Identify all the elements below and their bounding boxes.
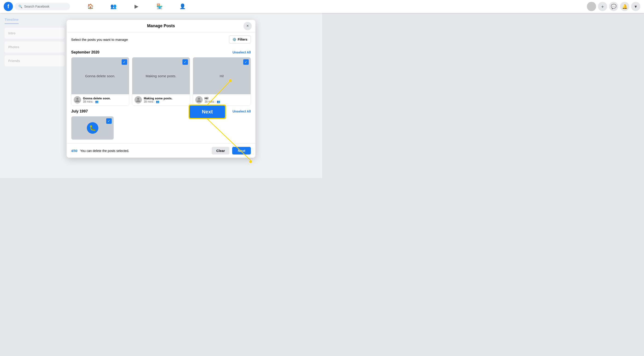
search-placeholder: Search Facebook [24,5,50,8]
unselect-all-july1997[interactable]: Unselect All [232,110,251,113]
unselect-all-sept2020[interactable]: Unselect All [232,51,251,54]
post-meta-3: Hi! 38 mins · 👥 [204,97,220,103]
modal-footer: 4/50 You can delete the posts selected. … [66,143,256,158]
nav-marketplace[interactable]: 🏪 [148,1,170,12]
post-avatar-1 [74,96,81,104]
post-thumbnail-1: Gonna delete soon. ✓ [72,57,129,94]
post-meta-title-2: Making some posts. [144,97,172,100]
bug-icon: 🐛 [87,122,98,134]
post-info-2: Making some posts. 38 mins · 👥 [132,94,190,105]
post-checkbox-4[interactable]: ✓ [106,118,112,124]
privacy-icon-1: 👥 [95,100,98,103]
post-meta-title-3: Hi! [204,97,220,100]
section-header-sept2020: September 2020 Unselect All [71,50,251,55]
section-title-july1997: July 1997 [71,109,88,113]
modal-title: Manage Posts [147,24,175,28]
modal-close-button[interactable]: × [244,22,252,30]
navbar: f 🔍 Search Facebook 🏠 👥 ▶ 🏪 👤 ＋ 💬 🔔 ▾ [0,0,322,13]
facebook-logo: f [4,2,13,11]
post-checkbox-3[interactable]: ✓ [243,59,249,65]
modal-header: Manage Posts × [66,20,256,32]
post-text-2: Making some posts. [144,72,178,80]
posts-row-july1997: 🐛 ✓ [71,116,251,140]
modal-subtitle: Select the posts you want to manage [71,38,128,42]
post-thumbnail-2: Making some posts. ✓ [132,57,190,94]
modal-overlay: Manage Posts × Select the posts you want… [0,13,322,178]
post-text-3: Hi! [218,72,226,80]
section-header-july1997: July 1997 Unselect All [71,109,251,113]
posts-grid-sept2020: Gonna delete soon. ✓ Gonna delete soon. … [71,57,251,106]
section-title-sept2020: September 2020 [71,50,100,55]
modal-subheader: Select the posts you want to manage ⚙️ F… [66,32,256,47]
nav-groups[interactable]: 👤 [171,1,194,12]
post-checkbox-1[interactable]: ✓ [122,59,127,65]
filters-icon: ⚙️ [232,38,236,41]
manage-posts-modal: Manage Posts × Select the posts you want… [66,20,256,158]
post-avatar-2 [134,96,142,104]
modal-body[interactable]: September 2020 Unselect All Gonna delete… [66,47,256,143]
post-meta-sub-2: 38 mins · 👥 [144,100,172,103]
post-meta-sub-1: 38 mins · 👥 [83,100,111,103]
search-bar[interactable]: 🔍 Search Facebook [15,3,70,10]
post-info-3: Hi! 38 mins · 👥 [193,94,250,105]
post-meta-1: Gonna delete soon. 38 mins · 👥 [83,97,111,103]
selection-description: You can delete the posts selected. [80,149,209,153]
nav-friends[interactable]: 👥 [102,1,124,12]
post-meta-sub-3: 38 mins · 👥 [204,100,220,103]
nav-home[interactable]: 🏠 [79,1,101,12]
clear-button[interactable]: Clear [212,147,230,154]
search-icon: 🔍 [18,5,22,8]
post-card-3[interactable]: Hi! ✓ Hi! 38 mins · 👥 [193,57,251,106]
post-checkbox-2[interactable]: ✓ [182,59,188,65]
post-card-1[interactable]: Gonna delete soon. ✓ Gonna delete soon. … [71,57,129,106]
filters-label: Filters [238,38,247,41]
next-button[interactable]: Next [232,147,251,154]
post-meta-title-1: Gonna delete soon. [83,97,111,100]
post-card-2[interactable]: Making some posts. ✓ Making some posts. … [132,57,190,106]
privacy-icon-3: 👥 [217,100,220,103]
nav-center: 🏠 👥 ▶ 🏪 👤 [79,1,194,12]
post-text-1: Gonna delete soon. [84,72,117,80]
post-thumbnail-4: 🐛 ✓ [72,116,114,140]
selection-count: 4/50 [71,149,78,153]
post-meta-2: Making some posts. 38 mins · 👥 [144,97,172,103]
post-info-1: Gonna delete soon. 38 mins · 👥 [72,94,129,105]
privacy-icon-2: 👥 [156,100,160,103]
post-avatar-3 [195,96,203,104]
filters-button[interactable]: ⚙️ Filters [229,36,251,43]
nav-watch[interactable]: ▶ [125,1,148,12]
post-card-4[interactable]: 🐛 ✓ [71,116,114,140]
post-thumbnail-3: Hi! ✓ [193,57,250,94]
